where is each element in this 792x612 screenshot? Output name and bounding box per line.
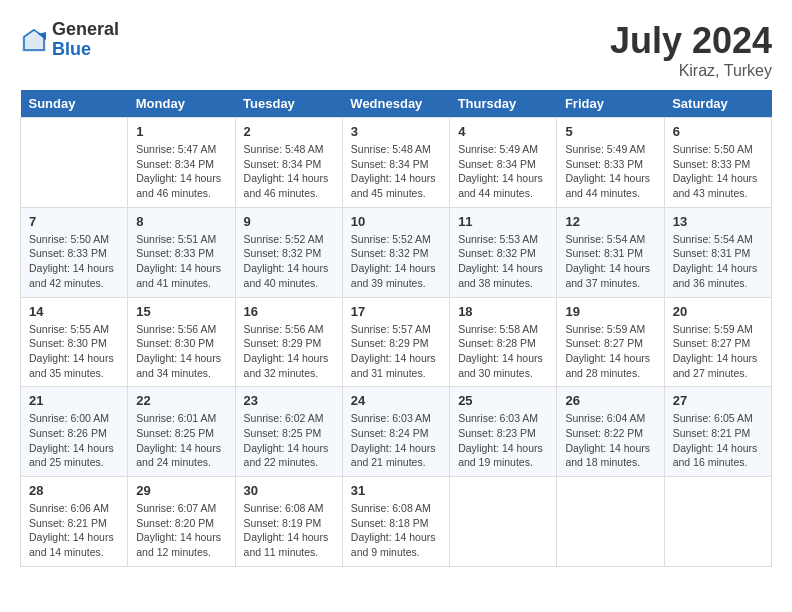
day-number: 4	[458, 124, 548, 139]
day-number: 27	[673, 393, 763, 408]
day-number: 29	[136, 483, 226, 498]
day-cell	[557, 477, 664, 567]
day-detail: Sunrise: 5:54 AMSunset: 8:31 PMDaylight:…	[565, 232, 655, 291]
calendar-table: Sunday Monday Tuesday Wednesday Thursday…	[20, 90, 772, 567]
day-number: 7	[29, 214, 119, 229]
day-number: 6	[673, 124, 763, 139]
day-cell	[450, 477, 557, 567]
day-cell: 31 Sunrise: 6:08 AMSunset: 8:18 PMDaylig…	[342, 477, 449, 567]
day-cell: 4 Sunrise: 5:49 AMSunset: 8:34 PMDayligh…	[450, 118, 557, 208]
day-detail: Sunrise: 5:55 AMSunset: 8:30 PMDaylight:…	[29, 322, 119, 381]
day-detail: Sunrise: 5:49 AMSunset: 8:33 PMDaylight:…	[565, 142, 655, 201]
day-detail: Sunrise: 6:07 AMSunset: 8:20 PMDaylight:…	[136, 501, 226, 560]
day-number: 17	[351, 304, 441, 319]
day-cell: 11 Sunrise: 5:53 AMSunset: 8:32 PMDaylig…	[450, 207, 557, 297]
day-cell: 12 Sunrise: 5:54 AMSunset: 8:31 PMDaylig…	[557, 207, 664, 297]
day-cell	[664, 477, 771, 567]
day-detail: Sunrise: 6:06 AMSunset: 8:21 PMDaylight:…	[29, 501, 119, 560]
day-detail: Sunrise: 5:59 AMSunset: 8:27 PMDaylight:…	[565, 322, 655, 381]
week-row-2: 7 Sunrise: 5:50 AMSunset: 8:33 PMDayligh…	[21, 207, 772, 297]
title-block: July 2024 Kiraz, Turkey	[610, 20, 772, 80]
day-detail: Sunrise: 5:51 AMSunset: 8:33 PMDaylight:…	[136, 232, 226, 291]
day-detail: Sunrise: 5:50 AMSunset: 8:33 PMDaylight:…	[29, 232, 119, 291]
day-cell: 10 Sunrise: 5:52 AMSunset: 8:32 PMDaylig…	[342, 207, 449, 297]
day-detail: Sunrise: 5:47 AMSunset: 8:34 PMDaylight:…	[136, 142, 226, 201]
day-detail: Sunrise: 5:58 AMSunset: 8:28 PMDaylight:…	[458, 322, 548, 381]
day-detail: Sunrise: 5:50 AMSunset: 8:33 PMDaylight:…	[673, 142, 763, 201]
day-cell: 1 Sunrise: 5:47 AMSunset: 8:34 PMDayligh…	[128, 118, 235, 208]
day-number: 30	[244, 483, 334, 498]
day-number: 19	[565, 304, 655, 319]
day-number: 12	[565, 214, 655, 229]
day-number: 15	[136, 304, 226, 319]
col-thursday: Thursday	[450, 90, 557, 118]
day-detail: Sunrise: 5:48 AMSunset: 8:34 PMDaylight:…	[351, 142, 441, 201]
day-number: 1	[136, 124, 226, 139]
day-number: 21	[29, 393, 119, 408]
col-sunday: Sunday	[21, 90, 128, 118]
day-cell: 20 Sunrise: 5:59 AMSunset: 8:27 PMDaylig…	[664, 297, 771, 387]
day-detail: Sunrise: 6:03 AMSunset: 8:23 PMDaylight:…	[458, 411, 548, 470]
day-number: 2	[244, 124, 334, 139]
day-cell: 22 Sunrise: 6:01 AMSunset: 8:25 PMDaylig…	[128, 387, 235, 477]
week-row-5: 28 Sunrise: 6:06 AMSunset: 8:21 PMDaylig…	[21, 477, 772, 567]
day-cell: 28 Sunrise: 6:06 AMSunset: 8:21 PMDaylig…	[21, 477, 128, 567]
day-detail: Sunrise: 5:48 AMSunset: 8:34 PMDaylight:…	[244, 142, 334, 201]
day-number: 28	[29, 483, 119, 498]
day-cell: 17 Sunrise: 5:57 AMSunset: 8:29 PMDaylig…	[342, 297, 449, 387]
day-number: 31	[351, 483, 441, 498]
logo-blue: Blue	[52, 40, 119, 60]
week-row-1: 1 Sunrise: 5:47 AMSunset: 8:34 PMDayligh…	[21, 118, 772, 208]
page-header: General Blue July 2024 Kiraz, Turkey	[20, 20, 772, 80]
day-detail: Sunrise: 5:56 AMSunset: 8:29 PMDaylight:…	[244, 322, 334, 381]
day-cell: 30 Sunrise: 6:08 AMSunset: 8:19 PMDaylig…	[235, 477, 342, 567]
day-cell: 13 Sunrise: 5:54 AMSunset: 8:31 PMDaylig…	[664, 207, 771, 297]
day-number: 8	[136, 214, 226, 229]
day-cell: 3 Sunrise: 5:48 AMSunset: 8:34 PMDayligh…	[342, 118, 449, 208]
header-row: Sunday Monday Tuesday Wednesday Thursday…	[21, 90, 772, 118]
day-detail: Sunrise: 5:57 AMSunset: 8:29 PMDaylight:…	[351, 322, 441, 381]
day-number: 9	[244, 214, 334, 229]
day-cell: 19 Sunrise: 5:59 AMSunset: 8:27 PMDaylig…	[557, 297, 664, 387]
day-detail: Sunrise: 6:02 AMSunset: 8:25 PMDaylight:…	[244, 411, 334, 470]
col-tuesday: Tuesday	[235, 90, 342, 118]
day-cell: 18 Sunrise: 5:58 AMSunset: 8:28 PMDaylig…	[450, 297, 557, 387]
logo-general: General	[52, 20, 119, 40]
col-wednesday: Wednesday	[342, 90, 449, 118]
day-number: 13	[673, 214, 763, 229]
day-detail: Sunrise: 6:01 AMSunset: 8:25 PMDaylight:…	[136, 411, 226, 470]
day-cell: 25 Sunrise: 6:03 AMSunset: 8:23 PMDaylig…	[450, 387, 557, 477]
day-detail: Sunrise: 5:52 AMSunset: 8:32 PMDaylight:…	[244, 232, 334, 291]
col-monday: Monday	[128, 90, 235, 118]
day-cell: 14 Sunrise: 5:55 AMSunset: 8:30 PMDaylig…	[21, 297, 128, 387]
day-number: 23	[244, 393, 334, 408]
day-detail: Sunrise: 6:05 AMSunset: 8:21 PMDaylight:…	[673, 411, 763, 470]
day-cell: 6 Sunrise: 5:50 AMSunset: 8:33 PMDayligh…	[664, 118, 771, 208]
day-cell: 7 Sunrise: 5:50 AMSunset: 8:33 PMDayligh…	[21, 207, 128, 297]
day-detail: Sunrise: 6:08 AMSunset: 8:19 PMDaylight:…	[244, 501, 334, 560]
day-cell: 5 Sunrise: 5:49 AMSunset: 8:33 PMDayligh…	[557, 118, 664, 208]
day-number: 10	[351, 214, 441, 229]
day-cell: 9 Sunrise: 5:52 AMSunset: 8:32 PMDayligh…	[235, 207, 342, 297]
day-detail: Sunrise: 5:54 AMSunset: 8:31 PMDaylight:…	[673, 232, 763, 291]
day-cell: 29 Sunrise: 6:07 AMSunset: 8:20 PMDaylig…	[128, 477, 235, 567]
day-detail: Sunrise: 6:03 AMSunset: 8:24 PMDaylight:…	[351, 411, 441, 470]
day-cell: 16 Sunrise: 5:56 AMSunset: 8:29 PMDaylig…	[235, 297, 342, 387]
day-detail: Sunrise: 6:00 AMSunset: 8:26 PMDaylight:…	[29, 411, 119, 470]
logo-icon	[20, 26, 48, 54]
day-detail: Sunrise: 6:08 AMSunset: 8:18 PMDaylight:…	[351, 501, 441, 560]
week-row-3: 14 Sunrise: 5:55 AMSunset: 8:30 PMDaylig…	[21, 297, 772, 387]
svg-marker-0	[22, 28, 46, 52]
day-cell: 2 Sunrise: 5:48 AMSunset: 8:34 PMDayligh…	[235, 118, 342, 208]
day-cell: 24 Sunrise: 6:03 AMSunset: 8:24 PMDaylig…	[342, 387, 449, 477]
logo: General Blue	[20, 20, 119, 60]
day-cell: 15 Sunrise: 5:56 AMSunset: 8:30 PMDaylig…	[128, 297, 235, 387]
day-cell	[21, 118, 128, 208]
day-number: 16	[244, 304, 334, 319]
day-number: 14	[29, 304, 119, 319]
day-cell: 23 Sunrise: 6:02 AMSunset: 8:25 PMDaylig…	[235, 387, 342, 477]
day-cell: 26 Sunrise: 6:04 AMSunset: 8:22 PMDaylig…	[557, 387, 664, 477]
day-number: 26	[565, 393, 655, 408]
logo-text: General Blue	[52, 20, 119, 60]
day-detail: Sunrise: 5:49 AMSunset: 8:34 PMDaylight:…	[458, 142, 548, 201]
